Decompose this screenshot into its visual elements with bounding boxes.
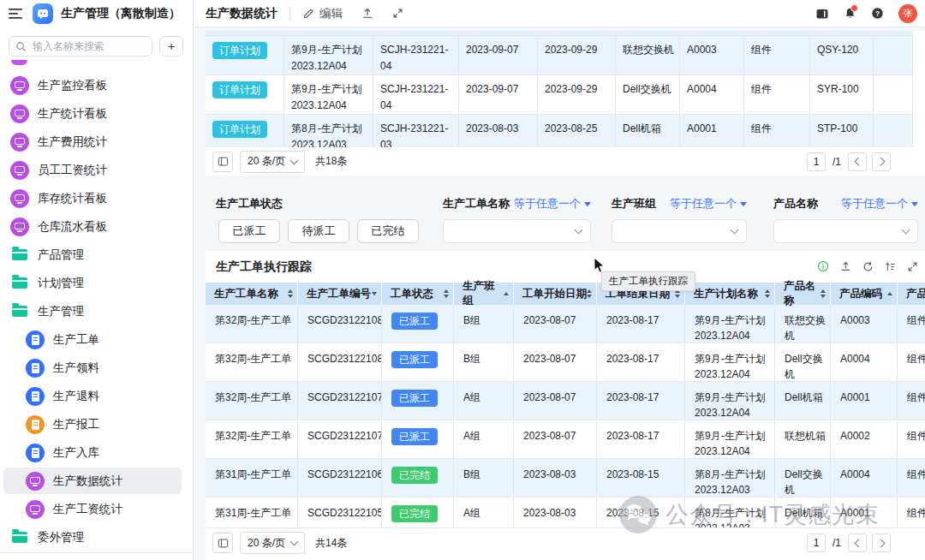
prev-page-button[interactable] (848, 533, 867, 552)
user-avatar[interactable]: 张 (898, 4, 917, 23)
work-order-code-cell: SCGD23122108 (298, 343, 382, 381)
start-date-cell: 2023-08-07 (514, 343, 597, 381)
share-icon[interactable] (361, 7, 373, 20)
sidebar-folder-plan-management[interactable]: 计划管理 (0, 269, 193, 297)
team-select[interactable] (612, 219, 747, 243)
notification-dot (850, 4, 858, 12)
header-plan-name[interactable]: 生产计划名称 (685, 283, 775, 305)
start-date-cell: 2023-08-07 (514, 382, 597, 420)
table-row[interactable]: 第31周-生产工单 SCGD23122105 已完结 A组 2023-08-03… (206, 497, 925, 528)
sidebar-item-production-inbound[interactable]: 生产入库 (0, 438, 193, 467)
filter-status-pending[interactable]: 待派工 (288, 219, 349, 243)
product-code-cell: A0001 (680, 115, 744, 147)
product-cell: 联想交换机 (775, 305, 831, 343)
help-icon[interactable]: ? (871, 7, 884, 20)
sidebar-folder-production-management[interactable]: 生产管理 (0, 297, 193, 325)
product-cell: Dell交换机 (775, 343, 831, 381)
table-row[interactable]: 订单计划 第9月-生产计划 2023.12A04 SCJH-231221-04 … (206, 75, 913, 115)
page-size-select[interactable]: 20 条/页 (240, 151, 305, 173)
column-settings-button[interactable] (212, 152, 233, 172)
sidebar-item-production-work-order[interactable]: 生产工单 (0, 325, 193, 354)
header-work-order-code[interactable]: 生产工单编号 (298, 283, 382, 305)
folder-icon (12, 306, 27, 317)
operator-link[interactable]: 等于任意一个 (514, 196, 591, 211)
header-product-name[interactable]: 产品名称 (775, 283, 831, 305)
operator-link[interactable]: 等于任意一个 (841, 196, 918, 211)
spec-cell: QSY-120 (810, 36, 874, 74)
table-row[interactable]: 第32周-生产工单 SCGD23122107 已派工 A组 2023-08-07… (206, 420, 925, 459)
search-input[interactable] (31, 39, 146, 53)
table-row[interactable]: 第31周-生产工单 SCGD23122106 已完结 B组 2023-08-03… (206, 459, 925, 497)
team-cell: B组 (454, 343, 514, 381)
prev-page-button[interactable] (848, 152, 867, 171)
table-row[interactable]: 第32周-生产工单 SCGD23122107 已派工 A组 2023-08-07… (206, 382, 925, 420)
sidebar-item-production-monitor-board[interactable]: 生产监控看板 (0, 71, 193, 99)
product-code-cell: A0001 (831, 497, 898, 527)
header-status[interactable]: 工单状态 (382, 283, 454, 305)
sidebar-item-production-report-work[interactable]: 生产报工 (0, 410, 193, 438)
notification-bell-icon[interactable] (844, 7, 856, 20)
header-start-date[interactable]: 工单开始日期 (514, 283, 597, 305)
panel-toggle-icon[interactable] (815, 7, 829, 21)
start-date-cell: 2023-09-07 (459, 36, 538, 74)
document-icon (26, 444, 45, 462)
product-name-select[interactable] (773, 219, 918, 243)
expand-icon[interactable] (907, 261, 918, 272)
header-product-code[interactable]: 产品编码 (831, 283, 898, 305)
work-order-name-cell: 第32周-生产工单 (206, 420, 298, 458)
sidebar-divider (0, 552, 193, 553)
sidebar-item-warehouse-flow-board[interactable]: 仓库流水看板 (0, 212, 193, 241)
sidebar-item-admin-console[interactable]: 管理后台 (0, 555, 193, 560)
work-order-name-select[interactable] (443, 219, 591, 243)
total-pages: /1 (832, 156, 841, 168)
sidebar-folder-product-management[interactable]: 产品管理 (0, 241, 193, 269)
mouse-cursor (594, 257, 606, 274)
sidebar-folder-outsourcing-management[interactable]: 委外管理 (0, 523, 193, 551)
plan-code-cell: SCJH-231221-04 (373, 36, 459, 74)
work-order-code-cell: SCGD23122107 (298, 420, 382, 458)
info-icon[interactable] (817, 260, 829, 272)
page-size-select[interactable]: 20 条/页 (240, 532, 305, 554)
operator-link[interactable]: 等于任意一个 (670, 196, 747, 211)
empty-cell (874, 115, 913, 147)
table-row[interactable]: 订单计划 第8月-生产计划 2023.12A03 SCJH-231221-03 … (206, 115, 913, 148)
plan-name-cell: 第8月-生产计划 2023.12A03 (685, 459, 775, 497)
edit-button[interactable]: 编辑 (302, 6, 343, 21)
column-settings-button[interactable] (212, 533, 233, 553)
product-type-cell: 组件 (744, 36, 810, 74)
sidebar-item-production-salary-stats[interactable]: 生产工资统计 (0, 495, 193, 523)
add-button[interactable]: + (159, 36, 183, 57)
header-work-order-name[interactable]: 生产工单名称 (206, 283, 298, 305)
sidebar-item-employee-salary-stats[interactable]: 员工工资统计 (0, 156, 193, 184)
next-page-button[interactable] (872, 533, 891, 552)
team-cell: A组 (454, 497, 514, 527)
current-page[interactable]: 1 (807, 152, 826, 171)
dashboard-icon (10, 189, 29, 208)
sidebar-item-production-material-return[interactable]: 生产退料 (0, 382, 193, 410)
filter-status-finished[interactable]: 已完结 (357, 219, 419, 243)
menu-toggle-icon[interactable] (9, 8, 23, 20)
sidebar-item-production-material-request[interactable]: 生产领料 (0, 354, 193, 382)
sidebar-item-production-data-stats[interactable]: 生产数据统计 (0, 467, 193, 495)
filter-status-dispatched[interactable]: 已派工 (218, 219, 280, 243)
refresh-icon[interactable] (862, 261, 874, 272)
header-team[interactable]: 生产班组 (454, 283, 514, 305)
table-row[interactable]: 第32周-生产工单 SCGD23122108 已派工 B组 2023-08-07… (206, 343, 925, 382)
order-plan-badge: 订单计划 (212, 42, 267, 59)
app-root: 生产管理（离散制造） + 生产监控看板 生产统计看板 生产费用统计 员工工资统计… (0, 0, 925, 560)
sort-settings-icon[interactable] (885, 261, 896, 272)
status-badge: 已派工 (391, 428, 438, 445)
product-code-cell: A0004 (680, 75, 744, 114)
export-icon[interactable] (840, 260, 851, 272)
sidebar-item-production-cost-stats[interactable]: 生产费用统计 (0, 128, 193, 156)
work-order-code-cell: SCGD23122105 (298, 497, 382, 527)
team-cell: A组 (454, 420, 514, 458)
next-page-button[interactable] (872, 152, 891, 171)
current-page[interactable]: 1 (807, 533, 826, 552)
sidebar-item-inventory-stats-board[interactable]: 库存统计看板 (0, 184, 193, 212)
table-row[interactable]: 订单计划 第9月-生产计划 2023.12A04 SCJH-231221-04 … (206, 36, 913, 75)
fullscreen-icon[interactable] (392, 8, 403, 19)
header-product-type[interactable]: 产品类型 (898, 283, 925, 305)
table-row[interactable]: 第32周-生产工单 SCGD23122108 已派工 B组 2023-08-07… (206, 305, 925, 343)
sidebar-item-production-stats-board[interactable]: 生产统计看板 (0, 99, 193, 128)
